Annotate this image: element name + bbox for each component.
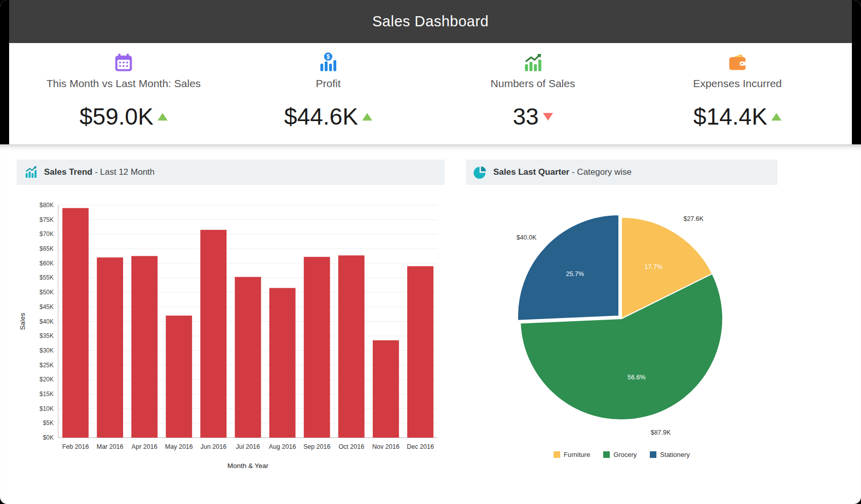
x-tick-label: Dec 2016 bbox=[407, 443, 434, 450]
x-tick-label: Jul 2016 bbox=[236, 443, 260, 450]
y-tick-label: $20K bbox=[40, 376, 54, 383]
sales-dashboard: Sales Dashboard This Month vs Last Month… bbox=[0, 0, 861, 504]
kpi-row: This Month vs Last Month: Sales $59.0K $ bbox=[9, 43, 852, 144]
svg-text:$: $ bbox=[327, 53, 330, 60]
top-zone: Sales Dashboard This Month vs Last Month… bbox=[0, 0, 861, 144]
x-tick-label: May 2016 bbox=[165, 443, 193, 450]
bar-jun-2016[interactable] bbox=[201, 230, 227, 438]
bar-sep-2016[interactable] bbox=[304, 257, 330, 438]
x-tick-label: Oct 2016 bbox=[338, 443, 364, 450]
bar-nov-2016[interactable] bbox=[373, 340, 399, 438]
kpi-label: This Month vs Last Month: Sales bbox=[21, 77, 226, 90]
panel-title: Sales Last Quarter bbox=[493, 167, 569, 177]
sales-last-quarter-panel: Sales Last Quarter - Category wise 17.7%… bbox=[466, 160, 777, 458]
bar-feb-2016[interactable] bbox=[62, 208, 89, 438]
kpi-value: 33 bbox=[513, 103, 538, 130]
y-tick-label: $50K bbox=[40, 289, 54, 296]
legend-label: Grocery bbox=[613, 451, 637, 458]
page-title: Sales Dashboard bbox=[372, 13, 489, 30]
x-tick-label: Nov 2016 bbox=[372, 443, 400, 450]
sales-trend-panel-header: Sales Trend - Last 12 Month bbox=[17, 160, 445, 185]
legend-swatch bbox=[650, 451, 656, 458]
kpi-numbers-of-sales[interactable]: Numbers of Sales 33 bbox=[430, 50, 635, 130]
x-axis-title: Month & Year bbox=[227, 462, 269, 470]
legend-label: Furniture bbox=[564, 451, 590, 458]
bar-jul-2016[interactable] bbox=[235, 277, 261, 438]
panel-title: Sales Trend bbox=[44, 167, 92, 177]
sales-last-quarter-chart: 17.7%$27.6K56.6%$87.9K25.7%$40.0K bbox=[466, 191, 777, 447]
slice-percent-label: 25.7% bbox=[566, 270, 584, 278]
x-tick-label: Aug 2016 bbox=[269, 443, 296, 450]
kpi-month-vs-month-sales[interactable]: This Month vs Last Month: Sales $59.0K bbox=[21, 50, 226, 130]
y-tick-label: $40K bbox=[40, 318, 54, 325]
bar-chart-icon bbox=[24, 165, 38, 179]
trend-down-icon bbox=[543, 113, 553, 121]
slice-value-label: $40.0K bbox=[517, 234, 537, 241]
dashboard-content: Sales Trend - Last 12 Month $0K$5K$10K$1… bbox=[0, 144, 861, 496]
y-tick-label: $65K bbox=[40, 245, 54, 252]
calendar-icon bbox=[113, 52, 134, 73]
y-tick-label: $25K bbox=[40, 362, 54, 369]
x-tick-label: Mar 2016 bbox=[97, 443, 124, 450]
y-tick-label: $60K bbox=[40, 260, 54, 267]
trend-up-icon bbox=[362, 113, 372, 121]
y-tick-label: $10K bbox=[40, 405, 54, 412]
bar-apr-2016[interactable] bbox=[131, 256, 158, 438]
bar-aug-2016[interactable] bbox=[269, 288, 296, 438]
titlebar: Sales Dashboard bbox=[9, 0, 852, 43]
x-tick-label: Feb 2016 bbox=[62, 443, 89, 450]
y-tick-label: $35K bbox=[40, 332, 54, 339]
y-tick-label: $30K bbox=[40, 347, 54, 354]
kpi-value: $59.0K bbox=[80, 103, 153, 130]
pie-slice-stationery[interactable]: 25.7% bbox=[518, 215, 619, 321]
legend-item-furniture[interactable]: Furniture bbox=[554, 451, 590, 458]
sales-last-quarter-panel-header: Sales Last Quarter - Category wise bbox=[466, 160, 777, 185]
sales-trend-panel: Sales Trend - Last 12 Month $0K$5K$10K$1… bbox=[17, 160, 445, 482]
x-tick-label: Jun 2016 bbox=[201, 443, 226, 450]
bar-oct-2016[interactable] bbox=[338, 255, 365, 438]
x-tick-label: Sep 2016 bbox=[303, 443, 331, 450]
legend-label: Stationery bbox=[660, 451, 690, 458]
sales-count-icon bbox=[522, 52, 543, 73]
pie-chart-mount: 17.7%$27.6K56.6%$87.9K25.7%$40.0K bbox=[466, 185, 777, 449]
kpi-value: $44.6K bbox=[284, 103, 358, 130]
trend-up-icon bbox=[771, 113, 781, 121]
panel-subtitle: - Category wise bbox=[569, 167, 632, 177]
expenses-icon bbox=[727, 52, 748, 73]
legend-item-stationery[interactable]: Stationery bbox=[650, 451, 690, 458]
y-tick-label: $45K bbox=[40, 303, 54, 311]
x-tick-label: Apr 2016 bbox=[132, 443, 158, 450]
pie-chart-icon bbox=[473, 165, 487, 179]
slice-value-label: $87.9K bbox=[651, 429, 671, 436]
y-tick-label: $70K bbox=[40, 230, 54, 238]
bar-mar-2016[interactable] bbox=[97, 257, 123, 438]
pie-legend: FurnitureGroceryStationery bbox=[466, 451, 777, 458]
kpi-expenses-incurred[interactable]: Expenses Incurred $14.4K bbox=[635, 50, 840, 130]
legend-swatch bbox=[554, 451, 560, 458]
bar-dec-2016[interactable] bbox=[407, 266, 434, 438]
y-tick-label: $15K bbox=[40, 391, 54, 398]
bar-may-2016[interactable] bbox=[166, 316, 192, 438]
slice-value-label: $27.6K bbox=[683, 215, 703, 222]
slice-percent-label: 17.7% bbox=[645, 263, 662, 270]
y-tick-label: $0K bbox=[43, 434, 54, 441]
trend-up-icon bbox=[158, 113, 168, 121]
y-tick-label: $55K bbox=[40, 274, 54, 281]
sales-trend-chart: $0K$5K$10K$15K$20K$25K$30K$35K$40K$45K$5… bbox=[17, 199, 445, 480]
sales-trend-chart-mount: $0K$5K$10K$15K$20K$25K$30K$35K$40K$45K$5… bbox=[17, 185, 445, 482]
kpi-label: Expenses Incurred bbox=[635, 77, 840, 90]
kpi-label: Profit bbox=[226, 77, 430, 90]
kpi-profit[interactable]: $ Profit $44.6K bbox=[226, 50, 430, 130]
legend-swatch bbox=[603, 451, 610, 458]
y-tick-label: $5K bbox=[43, 419, 54, 427]
y-tick-label: $80K bbox=[40, 202, 54, 209]
slice-percent-label: 56.6% bbox=[628, 374, 645, 381]
kpi-value: $14.4K bbox=[693, 103, 767, 130]
panel-subtitle: - Last 12 Month bbox=[92, 167, 154, 177]
y-axis-title: Sales bbox=[19, 313, 26, 330]
profit-icon: $ bbox=[318, 52, 339, 73]
y-tick-label: $75K bbox=[40, 216, 54, 223]
legend-item-grocery[interactable]: Grocery bbox=[603, 451, 637, 458]
kpi-label: Numbers of Sales bbox=[430, 77, 635, 90]
